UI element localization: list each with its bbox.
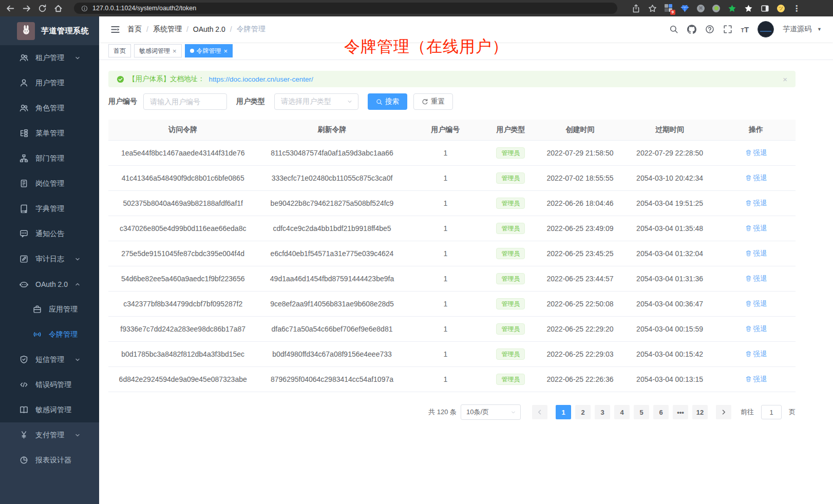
sidebar-item-短信管理[interactable]: 短信管理 bbox=[0, 347, 99, 372]
breadcrumb-separator: / bbox=[146, 25, 148, 33]
tab-close-icon[interactable]: × bbox=[173, 48, 177, 54]
profile-emoji-icon[interactable]: ツ bbox=[777, 5, 785, 12]
sidebar-toggle-icon[interactable] bbox=[110, 25, 120, 34]
sidebar-item-label: 通知公告 bbox=[35, 229, 88, 239]
force-logout-button[interactable]: 强退 bbox=[745, 224, 767, 233]
sidebar-item-令牌管理[interactable]: 令牌管理 bbox=[0, 322, 99, 347]
header-search-icon[interactable] bbox=[669, 25, 678, 34]
force-logout-button[interactable]: 强退 bbox=[745, 375, 767, 384]
extension-gem-icon[interactable] bbox=[680, 4, 689, 13]
extension-green-star-icon[interactable] bbox=[728, 4, 736, 13]
bookmark-star-icon[interactable] bbox=[648, 4, 657, 13]
user-type-select[interactable]: 请选择用户类型 bbox=[274, 93, 358, 110]
sidebar-item-报表设计器[interactable]: 报表设计器 bbox=[0, 448, 99, 473]
user-type-badge: 管理员 bbox=[496, 348, 525, 360]
sidebar-item-支付管理[interactable]: 支付管理 bbox=[0, 422, 99, 448]
app-logo bbox=[17, 22, 35, 40]
force-logout-button[interactable]: 强退 bbox=[745, 173, 767, 183]
sidebar-item-应用管理[interactable]: 应用管理 bbox=[0, 297, 99, 322]
extension-grid-icon[interactable]: 9 bbox=[665, 4, 673, 12]
browser-forward-icon[interactable] bbox=[22, 4, 31, 13]
cell-date: 2022-07-29 22:28:50 bbox=[623, 149, 716, 157]
user-no-input[interactable] bbox=[143, 93, 227, 110]
breadcrumb-item[interactable]: 系统管理 bbox=[153, 25, 182, 34]
page-button-3[interactable]: 3 bbox=[595, 405, 610, 419]
sidebar-item-敏感词管理[interactable]: 敏感词管理 bbox=[0, 397, 99, 422]
cell: 502375b8040a469a9b82188afdf6af1f bbox=[108, 199, 257, 207]
page-button-5[interactable]: 5 bbox=[634, 405, 649, 419]
breadcrumb-item[interactable]: 首页 bbox=[127, 25, 142, 34]
tab-首页[interactable]: 首页 bbox=[108, 44, 131, 57]
sidebar-item-审计日志[interactable]: 审计日志 bbox=[0, 246, 99, 272]
tab-close-icon[interactable]: × bbox=[224, 48, 228, 54]
doc-link[interactable]: https://doc.iocoder.cn/user-center/ bbox=[209, 75, 313, 83]
cell: 1 bbox=[407, 149, 484, 157]
cell-user-type: 管理员 bbox=[484, 198, 537, 209]
cell-date: 2022-07-29 21:58:50 bbox=[537, 149, 623, 157]
sidebar-item-OAuth 2.0[interactable]: OAuth 2.0 bbox=[0, 272, 99, 297]
sidebar-item-label: 敏感词管理 bbox=[35, 405, 88, 415]
help-icon[interactable] bbox=[705, 25, 714, 34]
github-icon[interactable] bbox=[687, 25, 696, 34]
force-logout-button[interactable]: 强退 bbox=[745, 199, 767, 208]
extension-command-icon[interactable]: ⌘ bbox=[697, 5, 705, 12]
page-button-4[interactable]: 4 bbox=[614, 405, 630, 419]
user-menu-caret-icon[interactable]: ▼ bbox=[817, 27, 822, 32]
sidebar-item-错误码管理[interactable]: 错误码管理 bbox=[0, 372, 99, 397]
page-button-2[interactable]: 2 bbox=[575, 405, 591, 419]
goto-page-input[interactable] bbox=[761, 405, 782, 419]
user-type-badge: 管理员 bbox=[496, 198, 525, 209]
fullscreen-icon[interactable] bbox=[723, 25, 732, 34]
sidebar-item-部门管理[interactable]: 部门管理 bbox=[0, 146, 99, 171]
font-size-icon[interactable]: TT bbox=[741, 26, 749, 33]
share-icon[interactable] bbox=[632, 4, 640, 13]
sidebar-item-租户管理[interactable]: 租户管理 bbox=[0, 45, 99, 70]
cell: 275e5de9151045fe87cbdc395e004f4d bbox=[108, 249, 257, 258]
force-logout-button[interactable]: 强退 bbox=[745, 148, 767, 158]
sidebar-item-岗位管理[interactable]: 岗位管理 bbox=[0, 171, 99, 196]
alert-close-icon[interactable]: × bbox=[783, 75, 787, 84]
sidebar-item-菜单管理[interactable]: 菜单管理 bbox=[0, 121, 99, 146]
user-avatar[interactable] bbox=[758, 21, 774, 37]
extension-record-icon[interactable] bbox=[712, 5, 720, 12]
force-logout-button[interactable]: 强退 bbox=[745, 274, 767, 283]
browser-menu-icon[interactable]: ⋮ bbox=[792, 4, 801, 13]
force-logout-button[interactable]: 强退 bbox=[745, 350, 767, 359]
search-button[interactable]: 搜索 bbox=[368, 93, 407, 110]
breadcrumb-item[interactable]: OAuth 2.0 bbox=[193, 25, 225, 33]
force-logout-label: 强退 bbox=[753, 375, 767, 384]
page-size-select[interactable]: 10条/页 bbox=[461, 404, 521, 420]
user-type-badge: 管理员 bbox=[496, 147, 525, 159]
tab-敏感词管理[interactable]: 敏感词管理× bbox=[134, 44, 182, 57]
force-logout-button[interactable]: 强退 bbox=[745, 299, 767, 308]
cell: b0d1785bc3a8482f812db4a3f3bd15ec bbox=[108, 350, 257, 358]
browser-reload-icon[interactable] bbox=[38, 4, 47, 13]
force-logout-button[interactable]: 强退 bbox=[745, 324, 767, 334]
browser-home-icon[interactable] bbox=[54, 4, 63, 13]
annotation-text: 令牌管理（在线用户） bbox=[344, 36, 508, 57]
site-info-icon[interactable] bbox=[81, 5, 88, 12]
cell-date: 2054-03-04 00:15:59 bbox=[623, 325, 716, 333]
tab-令牌管理[interactable]: 令牌管理× bbox=[185, 44, 233, 57]
sidebar-item-用户管理[interactable]: 用户管理 bbox=[0, 70, 99, 95]
extension-white-star-icon[interactable] bbox=[744, 4, 753, 13]
user-type-badge: 管理员 bbox=[496, 298, 525, 309]
page-button-1[interactable]: 1 bbox=[556, 405, 571, 419]
next-page-button[interactable] bbox=[716, 405, 731, 419]
table-row: c347026e805e4d99b0d116eae66eda8ccdfc4ce9… bbox=[108, 216, 796, 241]
page-button-12[interactable]: 12 bbox=[692, 405, 708, 419]
prev-page-button[interactable] bbox=[532, 405, 547, 419]
page-button-•••[interactable]: ••• bbox=[673, 405, 688, 419]
user-icon bbox=[20, 79, 28, 87]
reset-button[interactable]: 重置 bbox=[413, 93, 453, 110]
cell: e6cfd40eb1f54571a31e775e039c4624 bbox=[257, 249, 406, 258]
sidebar-item-字典管理[interactable]: 字典管理 bbox=[0, 196, 99, 221]
column-header-创建时间: 创建时间 bbox=[537, 125, 623, 134]
force-logout-button[interactable]: 强退 bbox=[745, 249, 767, 258]
side-panel-icon[interactable] bbox=[761, 4, 769, 13]
sidebar-item-通知公告[interactable]: 通知公告 bbox=[0, 221, 99, 246]
page-button-6[interactable]: 6 bbox=[653, 405, 669, 419]
sidebar-item-角色管理[interactable]: 角色管理 bbox=[0, 95, 99, 121]
browser-back-icon[interactable] bbox=[6, 4, 15, 13]
address-bar[interactable]: 127.0.0.1:1024/system/oauth2/token bbox=[74, 3, 617, 14]
